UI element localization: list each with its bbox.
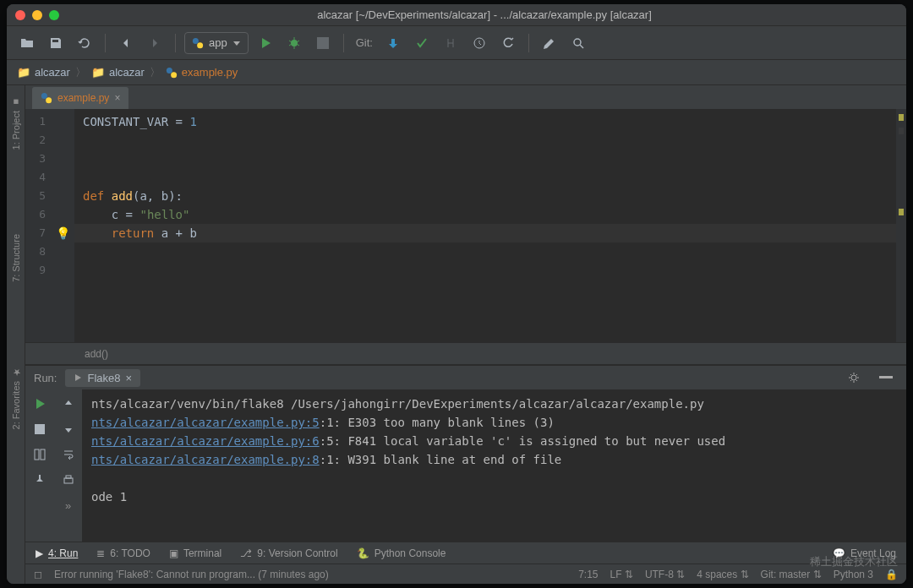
main-toolbar: app Git:: [7, 26, 906, 60]
editor-tab[interactable]: example.py ×: [32, 87, 128, 109]
scroll-up-icon[interactable]: [57, 395, 79, 413]
scroll-down-icon[interactable]: [57, 420, 79, 438]
pin-icon[interactable]: [29, 471, 51, 489]
breadcrumb-item[interactable]: 📁alcazar: [17, 66, 70, 79]
back-icon[interactable]: [114, 31, 138, 55]
svg-rect-3: [317, 37, 329, 49]
bottom-toolwindows: ▶ 4: Run ≣ 6: TODO ▣ Terminal ⎇ 9: Versi…: [25, 542, 906, 564]
window-minimize-button[interactable]: [32, 10, 42, 20]
svg-point-2: [291, 40, 298, 46]
svg-rect-16: [66, 476, 71, 478]
stop-icon: [311, 31, 335, 55]
svg-point-1: [197, 42, 203, 48]
titlebar: alcazar [~/DevExperiments/alcazar] - ...…: [7, 4, 906, 26]
open-icon[interactable]: [15, 31, 39, 55]
svg-point-0: [193, 37, 199, 43]
svg-rect-12: [35, 424, 45, 434]
hint-gutter: 💡: [51, 109, 74, 342]
left-tool-strip: 1: Project ■ 7: Structure 2: Favorites ★: [7, 85, 25, 584]
status-error[interactable]: Error running 'Flake8': Cannot run progr…: [54, 569, 329, 580]
toolwindow-todo[interactable]: ≣ 6: TODO: [96, 547, 150, 559]
status-git-branch[interactable]: Git: master ⇅: [761, 569, 822, 580]
toolwindow-pyconsole[interactable]: 🐍 Python Console: [357, 547, 446, 559]
toolwindow-favorites[interactable]: 2: Favorites ★: [10, 367, 21, 429]
run-output-column: »: [54, 389, 83, 542]
toolwindow-eventlog[interactable]: 💬 Event Log: [833, 547, 896, 559]
status-lock-icon[interactable]: 🔒: [885, 569, 898, 580]
status-cursor-pos[interactable]: 7:15: [578, 569, 598, 580]
svg-rect-15: [64, 478, 73, 483]
soft-wrap-icon[interactable]: [57, 445, 79, 464]
window-title: alcazar [~/DevExperiments/alcazar] - ...…: [71, 8, 898, 21]
git-label: Git:: [356, 36, 373, 49]
refresh-icon[interactable]: [73, 31, 96, 55]
code-area[interactable]: CONSTANT_VAR = 1def add(a, b): c = "hell…: [74, 109, 896, 342]
svg-point-7: [171, 72, 177, 78]
breadcrumb-item[interactable]: example.py: [166, 66, 238, 79]
toolwindow-structure[interactable]: 7: Structure: [11, 234, 21, 282]
status-indent[interactable]: 4 spaces ⇅: [697, 569, 748, 580]
toolwindow-project[interactable]: 1: Project ■: [11, 97, 21, 150]
close-tab-icon[interactable]: ×: [114, 92, 120, 104]
run-tab[interactable]: Flake8 ×: [65, 369, 140, 387]
git-revert-icon[interactable]: [496, 31, 520, 55]
status-bar: ◻ Error running 'Flake8': Cannot run pro…: [25, 564, 906, 584]
editor-breadcrumb[interactable]: add(): [25, 342, 906, 364]
run-settings-icon[interactable]: [842, 366, 866, 389]
run-config-selector[interactable]: app: [184, 32, 249, 54]
line-number-gutter: 123456789: [25, 109, 51, 342]
close-run-tab-icon[interactable]: ×: [126, 372, 133, 384]
svg-point-10: [851, 375, 856, 380]
run-panel: Run: Flake8 ×: [25, 364, 906, 542]
code-editor[interactable]: 123456789 💡 CONSTANT_VAR = 1def add(a, b…: [25, 109, 906, 342]
rerun-icon[interactable]: [29, 395, 51, 413]
breadcrumb-item[interactable]: 📁alcazar: [91, 66, 145, 79]
print-icon[interactable]: [57, 471, 79, 489]
status-interpreter[interactable]: Python 3: [834, 569, 873, 580]
more-icon[interactable]: »: [57, 496, 79, 514]
editor-tabbar: example.py ×: [25, 85, 906, 109]
forward-icon: [143, 31, 167, 55]
git-history-icon[interactable]: [467, 31, 491, 55]
run-config-label: app: [209, 36, 227, 49]
toolwindow-toggle-icon[interactable]: ◻: [34, 569, 42, 580]
tab-label: example.py: [57, 92, 109, 104]
hide-panel-icon[interactable]: [874, 366, 898, 389]
breadcrumbs: 📁alcazar 〉 📁alcazar 〉 example.py: [7, 60, 906, 85]
toolwindow-vcs[interactable]: ⎇ 9: Version Control: [240, 547, 337, 559]
stop-run-icon: [29, 420, 51, 438]
window-maximize-button[interactable]: [49, 10, 59, 20]
svg-rect-11: [879, 376, 893, 378]
git-compare-icon[interactable]: [439, 31, 462, 55]
console-output[interactable]: nts/alcazar/venv/bin/flake8 /Users/jahon…: [83, 389, 906, 542]
search-icon[interactable]: [566, 31, 590, 55]
svg-point-6: [167, 67, 172, 73]
git-update-icon[interactable]: [381, 31, 405, 55]
svg-point-8: [41, 93, 47, 99]
svg-point-5: [574, 39, 581, 46]
svg-rect-13: [35, 449, 39, 460]
debug-icon[interactable]: [282, 31, 306, 55]
save-icon[interactable]: [44, 31, 68, 55]
error-stripe[interactable]: [896, 109, 906, 342]
run-panel-title: Run:: [34, 372, 57, 384]
svg-point-9: [46, 97, 52, 103]
status-line-sep[interactable]: LF ⇅: [610, 569, 633, 580]
window-close-button[interactable]: [15, 10, 25, 20]
svg-rect-14: [41, 449, 45, 460]
toolwindow-terminal[interactable]: ▣ Terminal: [169, 547, 221, 559]
layout-icon[interactable]: [29, 445, 51, 464]
git-commit-icon[interactable]: [410, 31, 434, 55]
settings-icon[interactable]: [538, 31, 561, 55]
run-action-column: [25, 389, 54, 542]
status-encoding[interactable]: UTF-8 ⇅: [645, 569, 685, 580]
toolwindow-run[interactable]: ▶ 4: Run: [36, 547, 78, 559]
run-icon[interactable]: [254, 31, 277, 55]
